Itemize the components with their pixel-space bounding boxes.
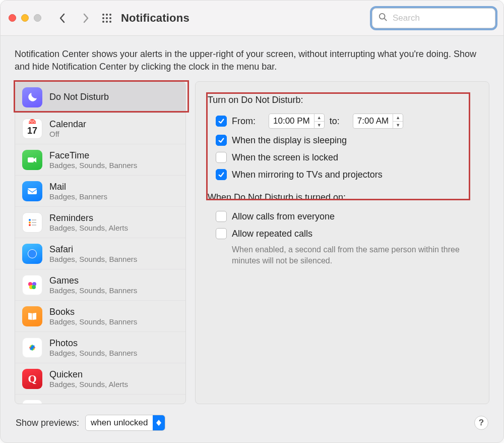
from-time-field[interactable]: 10:00 PM ▲▼ (269, 114, 325, 129)
dnd-turn-on-title: Turn on Do Not Disturb: (208, 95, 477, 105)
svg-point-9 (380, 13, 385, 19)
dnd-repeated-calls-row: Allow repeated calls (208, 225, 477, 242)
to-time-value[interactable]: 7:00 AM (353, 114, 393, 128)
dnd-repeated-calls-checkbox[interactable] (216, 228, 227, 239)
sidebar-item-sub: Badges, Sounds, Banners (49, 255, 137, 263)
columns: Do Not Disturb JUL 17 Calendar Off (15, 81, 489, 404)
dnd-display-sleeping-row: When the display is sleeping (208, 132, 477, 149)
from-time-stepper[interactable]: ▲▼ (314, 114, 324, 128)
dnd-repeated-calls-hint: When enabled, a second call from the sam… (232, 244, 477, 266)
sidebar-item-label: Quicken (49, 369, 128, 380)
sidebar-item-games[interactable]: Games Badges, Sounds, Banners (15, 269, 185, 301)
zoom-window[interactable] (34, 14, 41, 22)
dnd-display-sleeping-label: When the display is sleeping (232, 135, 347, 146)
footer: Show previews: when unlocked ? (15, 412, 489, 433)
facetime-icon (22, 150, 42, 170)
app-list-scroll[interactable]: Do Not Disturb JUL 17 Calendar Off (15, 82, 185, 404)
svg-marker-35 (156, 423, 161, 426)
sidebar-item-label: Mail (49, 182, 107, 192)
dnd-screen-locked-label: When the screen is locked (232, 152, 338, 163)
select-arrows-icon (153, 415, 165, 430)
svg-point-0 (102, 14, 104, 16)
sidebar-item-sub: Badges, Sounds, Banners (49, 286, 137, 295)
sidebar-item-quicken[interactable]: Q Quicken Badges, Sounds, Alerts (15, 363, 185, 395)
moon-icon (22, 87, 42, 107)
svg-point-14 (29, 222, 31, 224)
to-label: to: (330, 116, 340, 127)
dnd-schedule-row: From: 10:00 PM ▲▼ to: 7:00 AM ▲▼ (208, 110, 477, 132)
sidebar-item-sub: Badges, Banners (49, 192, 107, 201)
prefs-window: Notifications Notification Center shows … (0, 0, 504, 443)
sidebar-item-photos[interactable]: Photos Badges, Sounds, Banners (15, 332, 185, 363)
dnd-mirroring-label: When mirroring to TVs and projectors (232, 170, 383, 180)
to-time-field[interactable]: 7:00 AM ▲▼ (353, 114, 403, 129)
dnd-when-on-title: When Do Not Disturb is turned on: (208, 192, 477, 203)
app-list: Do Not Disturb JUL 17 Calendar Off (15, 81, 186, 404)
dnd-allow-calls-row: Allow calls from everyone (208, 208, 477, 225)
dnd-screen-locked-checkbox[interactable] (216, 152, 227, 163)
sidebar-item-reminders[interactable]: Reminders Badges, Sounds, Alerts (15, 207, 185, 238)
sidebar-item-label: FaceTime (49, 150, 137, 161)
sidebar-item-facetime[interactable]: FaceTime Badges, Sounds, Banners (15, 144, 185, 176)
window-controls (9, 14, 41, 22)
sidebar-item-setapp[interactable]: Setapp (15, 395, 185, 404)
to-time-stepper[interactable]: ▲▼ (393, 114, 403, 128)
sidebar-item-label: Do Not Disturb (49, 92, 109, 102)
svg-point-8 (109, 21, 111, 23)
sidebar-item-sub: Badges, Sounds, Banners (49, 317, 137, 326)
sidebar-item-label: Calendar (49, 119, 86, 130)
dnd-allow-calls-checkbox[interactable] (216, 211, 227, 222)
svg-point-1 (106, 14, 108, 16)
search-input[interactable] (392, 13, 500, 24)
close-window[interactable] (9, 14, 16, 22)
svg-line-10 (385, 18, 387, 21)
sidebar-item-label: Safari (49, 244, 137, 255)
sidebar-item-label: Games (49, 275, 137, 286)
svg-point-7 (106, 21, 108, 23)
toolbar: Notifications (1, 1, 503, 36)
sidebar-item-safari[interactable]: Safari Badges, Sounds, Banners (15, 238, 185, 269)
svg-point-24 (32, 285, 36, 289)
sidebar-item-sub: Badges, Sounds, Banners (49, 161, 137, 170)
pane-title: Notifications (121, 12, 190, 25)
intro-text: Notification Center shows your alerts in… (15, 48, 489, 73)
dnd-display-sleeping-checkbox[interactable] (216, 135, 227, 146)
show-all-icon[interactable] (102, 13, 112, 23)
sidebar-item-label: Reminders (49, 213, 128, 224)
previews-value: when unlocked (86, 418, 153, 428)
svg-point-13 (29, 219, 31, 221)
photos-icon (22, 338, 42, 358)
sidebar-item-label: Photos (49, 338, 137, 349)
sidebar-item-mail[interactable]: Mail Badges, Banners (15, 176, 185, 207)
calendar-icon: JUL 17 (22, 119, 42, 139)
quicken-icon: Q (22, 369, 42, 389)
sidebar-item-sub: Badges, Sounds, Banners (49, 349, 137, 357)
svg-point-5 (109, 17, 111, 19)
from-label: From: (232, 116, 256, 127)
sidebar-item-books[interactable]: Books Badges, Sounds, Banners (15, 301, 185, 332)
search-icon (379, 13, 388, 24)
sidebar-item-sub: Off (49, 130, 86, 138)
forward-button[interactable] (79, 11, 93, 25)
dnd-repeated-calls-label: Allow repeated calls (232, 229, 312, 239)
dnd-mirroring-checkbox[interactable] (216, 169, 227, 180)
previews-select[interactable]: when unlocked (85, 415, 165, 431)
from-time-value[interactable]: 10:00 PM (269, 114, 314, 128)
svg-point-6 (102, 21, 104, 23)
dnd-mirroring-row: When mirroring to TVs and projectors (208, 166, 477, 183)
help-button[interactable]: ? (474, 416, 488, 430)
sidebar-item-sub: Badges, Sounds, Alerts (49, 224, 128, 232)
svg-point-3 (102, 17, 104, 19)
sidebar-item-dnd[interactable]: Do Not Disturb (15, 82, 185, 113)
dnd-allow-calls-label: Allow calls from everyone (232, 211, 335, 222)
svg-rect-12 (28, 188, 37, 194)
minimize-window[interactable] (21, 14, 29, 22)
sidebar-item-calendar[interactable]: JUL 17 Calendar Off (15, 113, 185, 144)
dnd-schedule-checkbox[interactable] (216, 116, 227, 127)
sidebar-item-label: Books (49, 307, 137, 317)
search-field[interactable] (372, 8, 495, 28)
back-button[interactable] (55, 11, 70, 25)
reminders-icon (22, 212, 42, 233)
svg-point-15 (29, 224, 31, 226)
svg-rect-11 (28, 157, 34, 162)
